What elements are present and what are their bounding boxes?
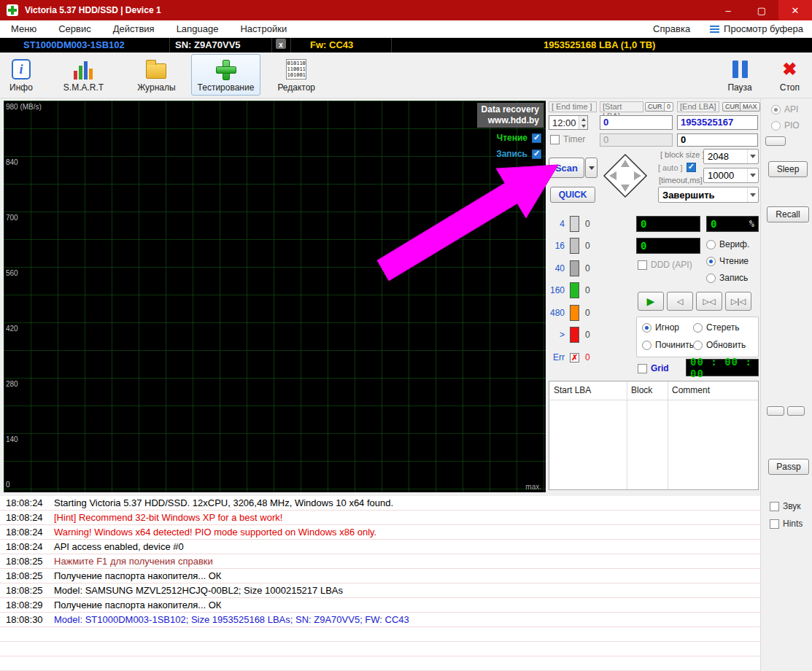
victoria-window: Victoria 5.37 HDD/SSD | Device 1 – ▢ ✕ М… <box>0 0 812 671</box>
device-close-button[interactable]: x <box>276 39 286 49</box>
seek-button[interactable]: ▷◁ <box>696 292 722 311</box>
title-bar: Victoria 5.37 HDD/SSD | Device 1 – ▢ ✕ <box>0 0 812 20</box>
smart-button[interactable]: S.M.A.R.T <box>57 54 110 96</box>
mode-read-option[interactable]: Чтение <box>706 256 749 266</box>
log-row-empty <box>0 627 760 642</box>
refresh-radio[interactable] <box>693 341 703 350</box>
mode-write-option[interactable]: Запись <box>706 273 748 283</box>
start-cur-button[interactable]: CUR <box>645 102 665 112</box>
action-group: Игнор Стереть Починить Обновить <box>636 317 759 357</box>
timer-field-2[interactable]: 0 <box>677 133 758 147</box>
spin-down-button[interactable] <box>579 123 587 129</box>
divider <box>271 38 272 53</box>
y-axis-label: 560 <box>6 269 18 277</box>
mode-verify-option[interactable]: Вериф. <box>706 239 749 249</box>
hints-checkbox[interactable] <box>770 519 779 529</box>
sleep-button[interactable]: Sleep <box>768 161 808 177</box>
read-series-checkbox[interactable] <box>532 133 541 143</box>
ddd-api-option[interactable]: DDD (API) <box>638 260 692 270</box>
log-row: 18:08:25 Получение паспорта накопителя..… <box>0 569 760 583</box>
timer-field-1: 0 <box>600 133 673 147</box>
log-row-empty <box>0 642 760 656</box>
direction-pad[interactable] <box>603 153 648 198</box>
legend-write-label: Запись <box>496 149 527 159</box>
erase-radio[interactable] <box>693 323 703 333</box>
end-time-spinner[interactable]: 12:00 <box>549 115 588 130</box>
end-lba-field[interactable]: 1953525167 <box>677 115 758 130</box>
action-repair-option[interactable]: Починить <box>642 340 694 350</box>
write-radio[interactable] <box>706 274 716 283</box>
maximize-button[interactable]: ▢ <box>745 0 778 20</box>
end-time-value[interactable]: 12:00 <box>549 117 579 128</box>
bin-row: 4 0 <box>549 215 590 233</box>
error-x-checkbox[interactable]: ✗ <box>570 353 579 362</box>
timeout-select[interactable]: 10000 <box>703 168 759 183</box>
log-message: Starting Victoria 5.37 HDD/SSD. 12xCPU, … <box>48 497 393 508</box>
ddd-api-checkbox[interactable] <box>638 260 647 270</box>
editor-button[interactable]: 010110 110011 101001 Редактор <box>271 54 322 96</box>
lba-counter-display: 0 <box>636 216 700 232</box>
log-message: API access enabled, device #0 <box>48 541 184 552</box>
log-timestamp: 18:08:24 <box>0 512 48 523</box>
end-max-button[interactable]: MAX <box>740 102 760 112</box>
mini-button-2 <box>787 406 805 416</box>
hints-toggle[interactable]: Hints <box>770 519 803 529</box>
goto-button[interactable]: ▷|◁ <box>725 292 751 311</box>
read-radio[interactable] <box>706 257 716 266</box>
spin-up-button[interactable] <box>579 116 587 123</box>
menu-item-menu[interactable]: Меню <box>0 20 47 37</box>
start-lba-field[interactable]: 0 <box>600 115 673 130</box>
passport-button[interactable]: Passp <box>768 459 809 475</box>
verify-radio[interactable] <box>706 240 716 249</box>
list-icon <box>710 24 719 34</box>
menu-item-service[interactable]: Сервис <box>47 20 102 37</box>
log-row: 18:08:24 Warning! Windows x64 detected! … <box>0 525 760 540</box>
log-row: 18:08:29 Получение паспорта накопителя..… <box>0 598 760 613</box>
end-time-label: [ End time ] <box>549 101 597 112</box>
scan-menu-arrow[interactable] <box>585 158 598 178</box>
sound-checkbox[interactable] <box>770 502 779 511</box>
block-size-select[interactable]: 2048 <box>703 149 759 164</box>
pause-button[interactable]: Пауза <box>721 54 758 96</box>
grid-checkbox[interactable] <box>638 364 647 373</box>
chevron-down-icon <box>747 168 758 182</box>
ignore-radio[interactable] <box>642 323 651 333</box>
sound-toggle[interactable]: Звук <box>770 501 801 511</box>
info-button[interactable]: i Инфо <box>3 54 39 96</box>
menu-item-help[interactable]: Справка <box>642 20 701 37</box>
step-back-button[interactable]: ◁ <box>667 292 693 311</box>
action-erase-option[interactable]: Стереть <box>693 322 739 333</box>
testing-button[interactable]: Тестирование <box>191 54 261 96</box>
stop-button[interactable]: ✖ Стоп <box>773 54 806 96</box>
repair-radio[interactable] <box>642 341 651 350</box>
action-ignore-option[interactable]: Игнор <box>642 322 679 333</box>
auto-checkbox[interactable] <box>687 163 696 172</box>
close-button[interactable]: ✕ <box>778 0 812 20</box>
mini-button-1 <box>767 406 784 416</box>
menu-item-actions[interactable]: Действия <box>102 20 166 37</box>
log-panel: 18:08:24 Starting Victoria 5.37 HDD/SSD.… <box>0 496 760 671</box>
grid-toggle[interactable]: Grid <box>638 363 669 373</box>
scan-button[interactable]: Scan <box>549 158 584 178</box>
elapsed-timer-display: 00 : 00 : 00 <box>686 359 759 376</box>
timer-toggle[interactable]: Timer <box>550 134 585 144</box>
quick-button[interactable]: QUICK <box>550 187 595 203</box>
testing-label: Тестирование <box>198 82 255 93</box>
log-message: Нажмите F1 для получения справки <box>48 556 213 567</box>
on-finish-select[interactable]: Завершить <box>658 187 759 203</box>
write-series-checkbox[interactable] <box>532 150 541 159</box>
menu-item-settings[interactable]: Настройки <box>229 20 298 37</box>
timer-checkbox[interactable] <box>550 135 560 144</box>
log-message: [Hint] Recommend 32-bit Windows XP for a… <box>48 512 282 523</box>
log-message: Model: SAMSUNG MZVL2512HCJQ-00BL2; Size … <box>48 585 343 596</box>
buffer-view-button[interactable]: Просмотр буфера <box>701 20 812 37</box>
minimize-button[interactable]: – <box>711 0 745 20</box>
recall-button[interactable]: Recall <box>767 206 809 222</box>
action-refresh-option[interactable]: Обновить <box>693 340 746 350</box>
play-button[interactable]: ▶ <box>638 292 664 311</box>
journals-button[interactable]: Журналы <box>131 54 182 96</box>
api-radio <box>771 105 781 115</box>
menu-item-language[interactable]: Language <box>166 20 230 37</box>
auto-toggle[interactable]: [ auto ] <box>658 163 696 172</box>
log-timestamp: 18:08:29 <box>0 600 48 610</box>
